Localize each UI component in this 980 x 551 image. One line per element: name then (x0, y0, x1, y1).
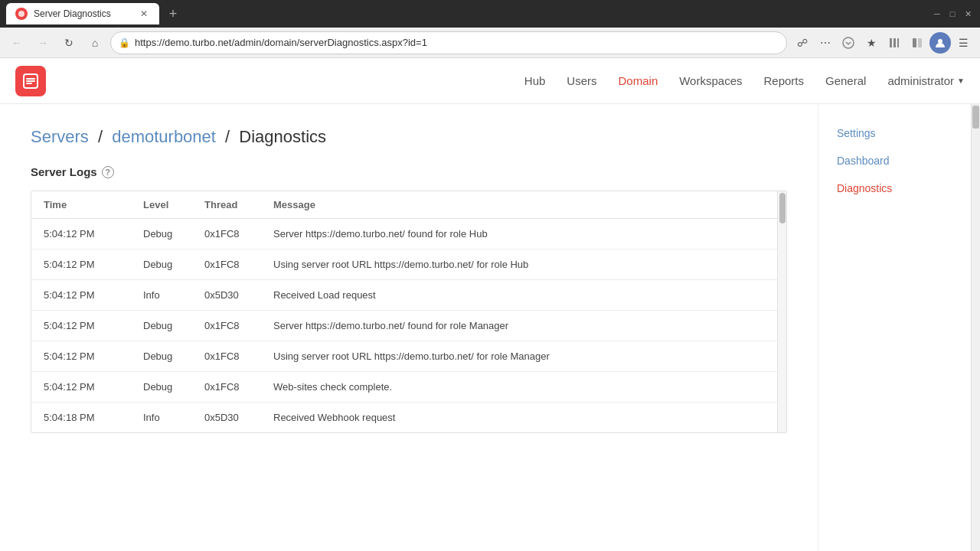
toolbar-actions: ☍ ⋯ ★ ☰ (792, 32, 974, 54)
tab-close-button[interactable]: ✕ (138, 8, 150, 20)
sidebar-toggle-button[interactable] (906, 32, 928, 54)
browser-toolbar: ← → ↻ ⌂ 🔒 https://demo.turbo.net/admin/d… (0, 28, 980, 58)
reader-mode-button[interactable]: ☍ (792, 32, 813, 54)
nav-domain[interactable]: Domain (619, 74, 658, 87)
cell-thread: 0x1FC8 (192, 219, 261, 249)
svg-point-0 (18, 11, 24, 17)
table-row: 5:04:12 PM Info 0x5D30 Received Load req… (31, 280, 786, 311)
url-text: https://demo.turbo.net/admin/domain/serv… (135, 37, 779, 48)
breadcrumb-domain[interactable]: demoturbonet (112, 127, 216, 146)
cell-message: Received Webhook request (261, 403, 786, 433)
more-button[interactable]: ⋯ (815, 32, 836, 54)
sidebar-item-diagnostics[interactable]: Diagnostics (818, 174, 971, 202)
minimize-button[interactable]: ─ (931, 8, 943, 20)
sidebar-item-settings[interactable]: Settings (818, 119, 971, 147)
table-row: 5:04:12 PM Debug 0x1FC8 Web-sites check … (31, 372, 786, 403)
table-header-row: Time Level Thread Message (31, 191, 786, 219)
cell-level: Debug (131, 249, 192, 280)
maximize-button[interactable]: □ (946, 8, 959, 20)
section-title: Server Logs ? (31, 165, 787, 178)
table-scrollbar[interactable] (777, 191, 786, 432)
profile-button[interactable] (929, 32, 951, 54)
nav-general[interactable]: General (825, 74, 866, 87)
app-logo[interactable] (15, 66, 46, 96)
cell-thread: 0x1FC8 (192, 341, 261, 372)
cell-level: Info (131, 403, 192, 433)
help-icon[interactable]: ? (102, 166, 114, 178)
browser-tab[interactable]: Server Diagnostics ✕ (6, 3, 159, 24)
svg-rect-4 (897, 38, 899, 47)
close-button[interactable]: ✕ (962, 8, 974, 20)
cell-level: Debug (131, 219, 192, 249)
nav-admin-dropdown[interactable]: administrator ▼ (887, 74, 965, 87)
breadcrumb-sep-1: / (98, 127, 103, 146)
breadcrumb: Servers / demoturbonet / Diagnostics (31, 127, 787, 147)
cell-message: Server https://demo.turbo.net/ found for… (261, 311, 786, 341)
lock-icon: 🔒 (119, 37, 130, 48)
address-bar[interactable]: 🔒 https://demo.turbo.net/admin/domain/se… (110, 31, 787, 54)
cell-message: Web-sites check complete. (261, 372, 786, 403)
cell-time: 5:04:12 PM (31, 341, 131, 372)
table-scroll-thumb (779, 193, 786, 223)
app-header: Hub Users Domain Workspaces Reports Gene… (0, 58, 980, 104)
cell-time: 5:04:12 PM (31, 372, 131, 403)
nav-admin-label: administrator (887, 74, 954, 87)
cell-thread: 0x1FC8 (192, 311, 261, 341)
cell-message: Using server root URL https://demo.turbo… (261, 249, 786, 280)
cell-thread: 0x5D30 (192, 280, 261, 311)
page-scrollbar[interactable] (971, 104, 980, 551)
cell-time: 5:04:12 PM (31, 311, 131, 341)
svg-rect-2 (890, 38, 892, 47)
page-container: Servers / demoturbonet / Diagnostics Ser… (0, 104, 980, 551)
cell-thread: 0x1FC8 (192, 249, 261, 280)
nav-hub[interactable]: Hub (524, 74, 546, 87)
page-scroll-thumb (972, 106, 979, 129)
table-row: 5:04:12 PM Debug 0x1FC8 Server https://d… (31, 219, 786, 249)
cell-level: Debug (131, 311, 192, 341)
cell-time: 5:04:12 PM (31, 219, 131, 249)
log-table-body: 5:04:12 PM Debug 0x1FC8 Server https://d… (31, 219, 786, 433)
sidebar-items: SettingsDashboardDiagnostics (818, 119, 971, 202)
library-button[interactable] (884, 32, 905, 54)
svg-point-1 (843, 37, 854, 48)
table-row: 5:04:12 PM Debug 0x1FC8 Using server roo… (31, 249, 786, 280)
sidebar-item-dashboard[interactable]: Dashboard (818, 147, 971, 174)
cell-message: Received Load request (261, 280, 786, 311)
col-header-time: Time (31, 191, 131, 219)
window-controls: ─ □ ✕ (931, 8, 974, 20)
table-row: 5:04:12 PM Debug 0x1FC8 Using server roo… (31, 341, 786, 372)
cell-thread: 0x5D30 (192, 403, 261, 433)
nav-reports[interactable]: Reports (763, 74, 804, 87)
col-header-level: Level (131, 191, 192, 219)
back-button[interactable]: ← (6, 32, 28, 54)
col-header-thread: Thread (192, 191, 261, 219)
bookmark-button[interactable]: ★ (861, 32, 882, 54)
cell-time: 5:04:12 PM (31, 280, 131, 311)
nav-links: Hub Users Domain Workspaces Reports Gene… (524, 74, 965, 87)
menu-button[interactable]: ☰ (952, 32, 974, 54)
sidebar: SettingsDashboardDiagnostics (818, 104, 971, 551)
svg-rect-6 (918, 38, 922, 47)
home-button[interactable]: ⌂ (84, 32, 106, 54)
cell-time: 5:04:12 PM (31, 249, 131, 280)
cell-time: 5:04:18 PM (31, 403, 131, 433)
log-table-wrapper: Time Level Thread Message 5:04:12 PM Deb… (31, 191, 787, 433)
nav-users[interactable]: Users (567, 74, 596, 87)
breadcrumb-servers[interactable]: Servers (31, 127, 89, 146)
server-logs-label: Server Logs (31, 165, 97, 178)
browser-titlebar: Server Diagnostics ✕ + ─ □ ✕ (0, 0, 980, 28)
cell-level: Info (131, 280, 192, 311)
cell-level: Debug (131, 372, 192, 403)
table-row: 5:04:18 PM Info 0x5D30 Received Webhook … (31, 403, 786, 433)
new-tab-button[interactable]: + (162, 3, 184, 24)
cell-thread: 0x1FC8 (192, 372, 261, 403)
nav-workspaces[interactable]: Workspaces (679, 74, 742, 87)
forward-button[interactable]: → (32, 32, 54, 54)
col-header-message: Message (261, 191, 786, 219)
cell-message: Server https://demo.turbo.net/ found for… (261, 219, 786, 249)
reload-button[interactable]: ↻ (58, 32, 80, 54)
pocket-button[interactable] (838, 32, 859, 54)
tab-title: Server Diagnostics (34, 8, 111, 19)
cell-message: Using server root URL https://demo.turbo… (261, 341, 786, 372)
tab-favicon (15, 8, 28, 20)
